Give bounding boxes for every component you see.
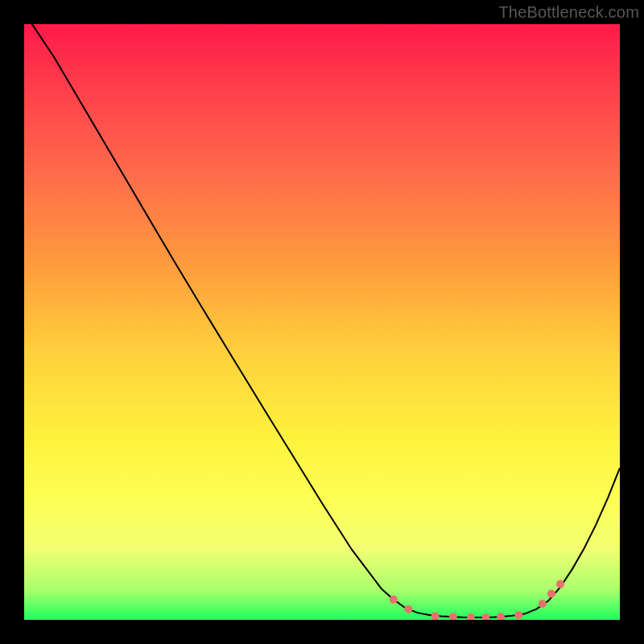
watermark-text: TheBottleneck.com (498, 3, 639, 22)
marker-dot (467, 613, 475, 620)
marker-group (390, 580, 564, 620)
curve-layer (24, 24, 620, 620)
marker-dot (556, 580, 564, 588)
marker-dot (539, 600, 547, 608)
marker-dot (482, 613, 490, 620)
marker-dot (497, 613, 505, 620)
marker-dot (404, 605, 412, 613)
bottleneck-curve (24, 24, 620, 617)
marker-dot (514, 611, 522, 619)
marker-dot (390, 596, 398, 604)
marker-dot (547, 589, 555, 597)
plot-area (24, 24, 620, 620)
marker-dot (449, 613, 457, 620)
marker-dot (431, 613, 440, 620)
chart-container: TheBottleneck.com (0, 0, 644, 644)
